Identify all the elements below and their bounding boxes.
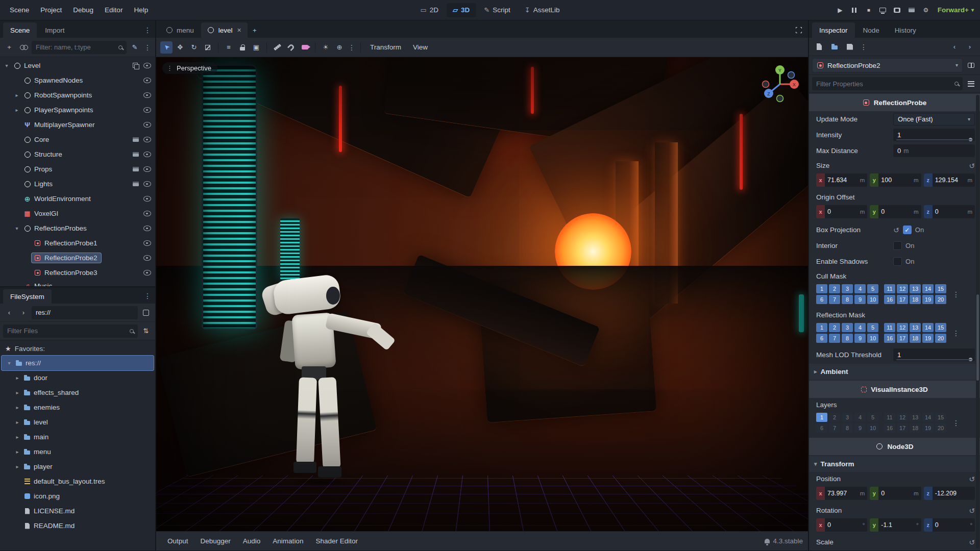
- mask-options-button[interactable]: ⋮: [951, 288, 961, 301]
- expand-arrow-icon[interactable]: [13, 107, 20, 113]
- layer-tile[interactable]: 8: [842, 334, 853, 343]
- tree-item-content[interactable]: VoxelGI: [21, 209, 62, 218]
- lock-node-button[interactable]: [236, 41, 249, 54]
- menu-item[interactable]: Help: [128, 3, 154, 17]
- layer-tile[interactable]: 20: [935, 423, 946, 433]
- render-layers-grid[interactable]: 123451112131415 6789101617181920: [816, 413, 946, 433]
- menu-item[interactable]: Project: [35, 3, 67, 17]
- history-back-button[interactable]: ‹: [3, 307, 15, 319]
- expand-arrow-icon[interactable]: [14, 405, 21, 410]
- select-tool-button[interactable]: ➤: [160, 41, 173, 54]
- movie-writer-button[interactable]: [891, 4, 904, 17]
- vector-x-field[interactable]: x0°: [816, 518, 867, 532]
- scene-tree-item[interactable]: ReflectionProbes: [0, 221, 155, 236]
- visibility-eye-icon[interactable]: [143, 269, 151, 277]
- layer-tile[interactable]: 2: [829, 284, 840, 293]
- box-projection-checkbox[interactable]: [903, 226, 912, 234]
- movie-maker-button[interactable]: [905, 4, 918, 17]
- layer-tile[interactable]: 18: [910, 295, 921, 304]
- file-tree-item[interactable]: player: [2, 459, 154, 474]
- save-resource-button[interactable]: [844, 41, 856, 53]
- workspace-2d-button[interactable]: ▭ 2D: [414, 3, 445, 17]
- scene-tree-item[interactable]: Core: [0, 132, 155, 147]
- toggle-split-mode-button[interactable]: [140, 307, 152, 319]
- vector-x-field[interactable]: x0m: [816, 205, 867, 218]
- layer-tile[interactable]: 17: [897, 295, 908, 304]
- current-path-field[interactable]: [32, 306, 138, 319]
- sort-files-button[interactable]: ⇅: [140, 325, 152, 337]
- tree-item-content[interactable]: Structure: [21, 149, 66, 159]
- vector-y-field[interactable]: y0m: [870, 205, 921, 218]
- vector-z-field[interactable]: z-12.209: [924, 487, 975, 500]
- scene-tree-item[interactable]: ReflectionProbe1: [0, 236, 155, 251]
- scene-badge-icon[interactable]: [132, 167, 140, 171]
- position-vector[interactable]: x73.997m y0m z-12.209: [809, 486, 980, 504]
- layer-tile[interactable]: 7: [829, 423, 840, 433]
- bottom-panel-tab[interactable]: Shader Editor: [309, 532, 364, 551]
- layer-tile[interactable]: 12: [897, 284, 908, 293]
- layer-tile[interactable]: 19: [922, 295, 934, 304]
- expand-arrow-icon[interactable]: [3, 63, 10, 68]
- layer-tile[interactable]: 2: [829, 413, 840, 422]
- tree-item-content[interactable]: ReflectionProbe2: [32, 253, 101, 263]
- scene-tree-item[interactable]: ReflectionProbe2: [0, 251, 155, 265]
- layer-tile[interactable]: 17: [897, 334, 908, 343]
- object-tools-button[interactable]: [965, 78, 977, 90]
- workspace-assetlib-button[interactable]: ↧ AssetLib: [519, 3, 566, 17]
- revert-icon[interactable]: ↺: [969, 539, 975, 546]
- expand-arrow-icon[interactable]: [6, 360, 13, 366]
- expand-arrow-icon[interactable]: [13, 226, 20, 231]
- visibility-eye-icon[interactable]: [143, 62, 151, 70]
- file-tree-item[interactable]: door: [2, 370, 154, 385]
- rotate-tool-button[interactable]: ↻: [188, 41, 200, 54]
- visibility-eye-icon[interactable]: [143, 210, 151, 218]
- layer-tile[interactable]: 10: [867, 423, 878, 433]
- file-tree-item[interactable]: res://: [2, 356, 154, 370]
- notifications-icon[interactable]: [765, 539, 770, 543]
- interior-checkbox[interactable]: [893, 241, 902, 250]
- stop-button[interactable]: ■: [862, 4, 875, 17]
- tree-item-content[interactable]: SpawnedNodes: [21, 76, 86, 85]
- layer-tile[interactable]: 13: [910, 323, 921, 332]
- layer-tile[interactable]: 14: [922, 413, 934, 422]
- group-node-button[interactable]: ▣: [250, 41, 262, 54]
- file-tree-item[interactable]: main: [2, 430, 154, 444]
- property-filter-input[interactable]: [816, 80, 951, 88]
- layer-tile[interactable]: 12: [897, 323, 908, 332]
- visibility-eye-icon[interactable]: [143, 121, 151, 129]
- customize-run-button[interactable]: ⚙: [919, 4, 933, 17]
- tree-item-content[interactable]: WorldEnvironment: [21, 194, 94, 204]
- scene-tree-item[interactable]: Props: [0, 162, 155, 177]
- layer-tile[interactable]: 6: [816, 295, 827, 304]
- tab-inspector[interactable]: Inspector: [812, 22, 855, 38]
- revert-icon[interactable]: ↺: [893, 227, 899, 234]
- visibility-eye-icon[interactable]: [143, 77, 151, 85]
- tree-item-content[interactable]: ReflectionProbe1: [32, 238, 101, 248]
- layer-tile[interactable]: 15: [935, 284, 946, 293]
- tree-item-content[interactable]: Level: [11, 61, 44, 70]
- layer-tile[interactable]: 13: [910, 284, 921, 293]
- resource-menu-button[interactable]: ⋮: [859, 40, 868, 54]
- layer-tile[interactable]: 18: [910, 423, 921, 433]
- tree-item-content[interactable]: RobotSpawnpoints: [21, 90, 95, 100]
- layer-tile[interactable]: 1: [816, 323, 827, 332]
- layer-tile[interactable]: 5: [867, 284, 878, 293]
- file-tree-item[interactable]: icon.png: [2, 489, 154, 504]
- layer-tile[interactable]: 10: [867, 295, 878, 304]
- edit-forward-button[interactable]: ›: [964, 41, 976, 53]
- list-select-button[interactable]: ≡: [223, 41, 235, 54]
- visibility-eye-icon[interactable]: [143, 254, 151, 262]
- layer-tile[interactable]: 16: [884, 334, 895, 343]
- vector-y-field[interactable]: y0m: [870, 487, 921, 500]
- dock-menu-button[interactable]: ⋮: [143, 23, 152, 37]
- tree-item-content[interactable]: ReflectionProbe3: [32, 268, 101, 278]
- add-node-button[interactable]: +: [3, 41, 15, 54]
- layer-tile[interactable]: 20: [935, 334, 946, 343]
- layer-tile[interactable]: 14: [922, 323, 934, 332]
- layer-tile[interactable]: 11: [884, 323, 895, 332]
- tab-node[interactable]: Node: [856, 22, 887, 38]
- layer-tile[interactable]: 6: [816, 423, 827, 433]
- section-node3d[interactable]: Node3D: [809, 438, 980, 455]
- scene-tree-item[interactable]: Lights: [0, 177, 155, 191]
- scene-tree-item[interactable]: RobotSpawnpoints: [0, 88, 155, 103]
